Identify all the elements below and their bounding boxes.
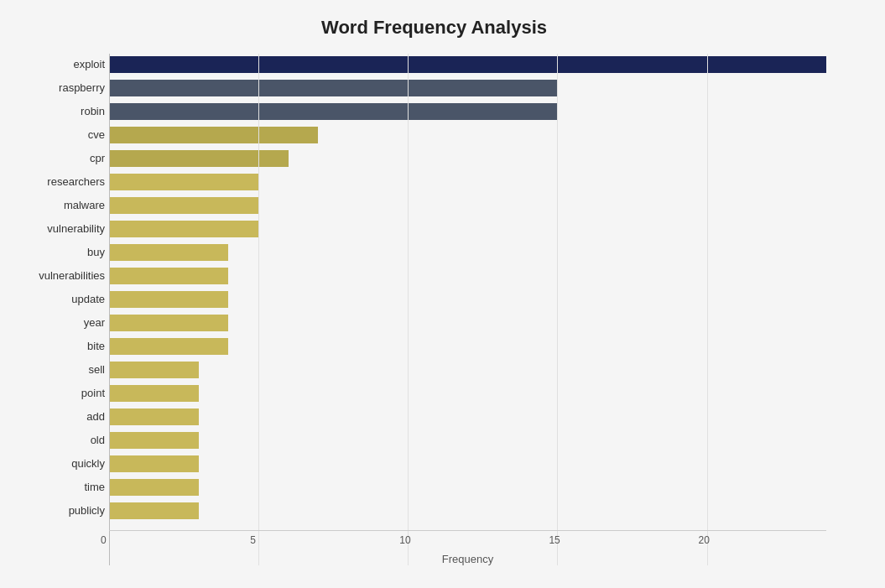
bar-row: time <box>109 476 826 498</box>
bar-row: cpr <box>109 148 826 169</box>
bar-row: sell <box>109 359 826 381</box>
bar-label: bite <box>13 336 105 357</box>
bar-label: publicly <box>13 500 105 522</box>
chart-container: Word Frequency Analysis exploitraspberry… <box>0 0 885 588</box>
bar-row: vulnerabilities <box>109 265 826 287</box>
bar <box>109 291 228 308</box>
bar-row: update <box>109 289 826 310</box>
bar-label: cve <box>13 124 105 146</box>
x-tick: 20 <box>699 534 710 546</box>
bar-label: time <box>13 476 105 498</box>
bar <box>109 479 199 496</box>
x-tick: 0 <box>101 534 107 546</box>
bar-label: add <box>13 406 105 428</box>
chart-wrapper: exploitraspberryrobincvecprresearchersma… <box>17 54 851 565</box>
bar-label: sell <box>13 359 105 381</box>
bar <box>109 362 199 378</box>
bar-label: point <box>13 382 105 404</box>
bar-row: old <box>109 429 826 451</box>
x-axis-area: 05101520 Frequency <box>109 530 826 565</box>
bar-row: exploit <box>109 54 826 75</box>
bar-row: publicly <box>109 500 826 522</box>
bar-row: point <box>109 382 826 404</box>
x-ticks: 05101520 <box>109 531 826 548</box>
x-axis-label: Frequency <box>109 553 826 565</box>
bar <box>109 315 228 331</box>
bar <box>109 80 557 96</box>
chart-title: Word Frequency Analysis <box>17 17 851 39</box>
bar <box>109 221 258 237</box>
bar-label: vulnerabilities <box>13 265 105 287</box>
bar-row: add <box>109 406 826 428</box>
bar <box>109 432 199 449</box>
bar-row: quickly <box>109 453 826 475</box>
bar-row: robin <box>109 101 826 122</box>
bar <box>109 56 826 73</box>
bar-label: robin <box>13 101 105 122</box>
bar <box>109 502 199 519</box>
bar <box>109 385 199 402</box>
bar-row: vulnerability <box>109 218 826 240</box>
bar <box>109 127 318 143</box>
bar-row: year <box>109 312 826 334</box>
bar-row: bite <box>109 336 826 357</box>
bar <box>109 268 228 284</box>
bar-label: old <box>13 429 105 451</box>
bar-label: year <box>13 312 105 334</box>
bar <box>109 174 258 190</box>
bar-row: researchers <box>109 171 826 193</box>
bar-row: malware <box>109 195 826 216</box>
bar-label: exploit <box>13 54 105 75</box>
bar <box>109 455 199 472</box>
x-tick: 5 <box>250 534 256 546</box>
bar <box>109 408 199 425</box>
bar-label: vulnerability <box>13 218 105 240</box>
bar <box>109 338 228 355</box>
bar-label: buy <box>13 242 105 263</box>
bar-row: buy <box>109 242 826 263</box>
bar <box>109 244 228 261</box>
bar-row: raspberry <box>109 77 826 99</box>
bar-label: raspberry <box>13 77 105 99</box>
bar-label: quickly <box>13 453 105 475</box>
x-tick: 15 <box>549 534 560 546</box>
bar-label: malware <box>13 195 105 216</box>
bar-label: update <box>13 289 105 310</box>
bar-row: cve <box>109 124 826 146</box>
bar <box>109 103 557 120</box>
x-tick: 10 <box>399 534 410 546</box>
bar <box>109 150 289 167</box>
bar <box>109 197 258 214</box>
bar-label: researchers <box>13 171 105 193</box>
chart-area: exploitraspberryrobincvecprresearchersma… <box>109 54 826 523</box>
bar-label: cpr <box>13 148 105 169</box>
